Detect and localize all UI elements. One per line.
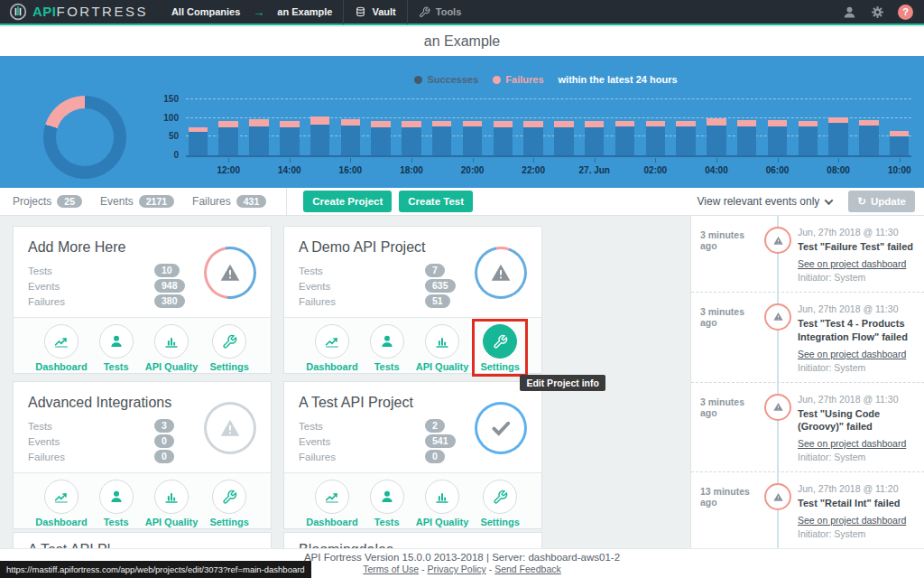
feed-time-ago: 3 minutes ago xyxy=(700,303,758,373)
feed-date: Jun, 27th 2018 @ 11:30 xyxy=(798,227,913,238)
brand-api: API xyxy=(32,4,57,19)
feed-date: Jun, 27th 2018 @ 11:20 xyxy=(798,483,913,494)
user-icon xyxy=(379,333,395,350)
x-tick-label: 27. Jun xyxy=(579,165,610,175)
feed-initiator: Initiator: System xyxy=(798,272,913,283)
user-account-icon[interactable] xyxy=(842,5,857,20)
feed-warning-icon xyxy=(764,227,791,254)
failures-count-badge: 431 xyxy=(236,195,267,209)
feed-warning-icon xyxy=(764,483,791,510)
api-quality-button[interactable]: API Quality xyxy=(145,480,199,527)
nav-tools[interactable]: Tools xyxy=(408,0,473,23)
line-chart-icon xyxy=(324,489,340,505)
terms-link[interactable]: Terms of Use xyxy=(363,564,419,574)
stat-label: Tests xyxy=(299,421,425,432)
create-project-button[interactable]: Create Project xyxy=(303,191,392,212)
warning-triangle-icon xyxy=(218,261,242,284)
feedback-link[interactable]: Send Feedback xyxy=(494,564,561,574)
api-quality-button[interactable]: API Quality xyxy=(416,324,469,372)
stat-label: Tests xyxy=(28,421,154,432)
update-button[interactable]: ↻ Update xyxy=(848,191,915,212)
api-quality-button[interactable]: API Quality xyxy=(416,480,469,527)
bar-slot: 10:00 xyxy=(887,99,911,155)
bar-slot: 14:00 xyxy=(277,99,301,155)
feed-item: 13 minutes ago Jun, 27th 2018 @ 11:20 Te… xyxy=(691,472,924,549)
line-chart-icon xyxy=(53,333,69,350)
legend-successes: Successes xyxy=(427,74,478,85)
failures-badge: 0 xyxy=(425,450,445,463)
project-status-ring xyxy=(475,247,527,299)
settings-button[interactable]: Settings xyxy=(209,324,248,372)
bar-slot xyxy=(430,99,454,155)
events-badge: 948 xyxy=(154,279,185,293)
privacy-link[interactable]: Privacy Policy xyxy=(427,564,485,574)
tests-button[interactable]: Tests xyxy=(370,324,404,372)
events-bar-chart: 050100150 12:0014:0016:0018:0020:0022:00… xyxy=(159,99,911,186)
feed-dashboard-link[interactable]: See on project dashboard xyxy=(798,438,906,449)
legend-failures: Failures xyxy=(505,74,543,85)
bar-slot: 27. Jun xyxy=(582,99,606,155)
bar-slot xyxy=(796,99,820,155)
feed-initiator: Initiator: System xyxy=(798,452,913,462)
events-count-badge: 2171 xyxy=(139,195,174,209)
footer-separator: - xyxy=(489,564,493,574)
settings-button[interactable]: Settings xyxy=(209,480,248,527)
feed-item: 3 minutes ago Jun, 27th 2018 @ 11:30 Tes… xyxy=(691,383,924,473)
feed-item: 3 minutes ago Jun, 27th 2018 @ 11:30 Tes… xyxy=(691,216,924,293)
create-test-button[interactable]: Create Test xyxy=(399,191,473,212)
bar-slot xyxy=(369,99,393,155)
tests-button[interactable]: Tests xyxy=(370,480,404,527)
dashboard-button[interactable]: Dashboard xyxy=(306,324,357,372)
stat-label: Events xyxy=(299,281,425,292)
events-filter-dropdown[interactable]: View relevant events only xyxy=(698,195,833,208)
brand[interactable]: APIFORTRESS xyxy=(0,3,161,21)
bar-chart-icon xyxy=(163,489,180,505)
x-tick-label: 16:00 xyxy=(339,165,363,175)
feed-dashboard-link[interactable]: See on project dashboard xyxy=(798,515,906,526)
bar-slot xyxy=(308,99,332,155)
bar-chart-icon xyxy=(163,333,180,350)
bar-slot xyxy=(735,99,759,155)
chart-legend: Successes Failures within the latest 24 … xyxy=(180,74,911,85)
feed-date: Jun, 27th 2018 @ 11:30 xyxy=(798,303,913,314)
dashboard-button[interactable]: Dashboard xyxy=(35,480,87,527)
stat-label: Failures xyxy=(299,296,425,307)
wrench-icon xyxy=(222,489,237,505)
tests-badge: 7 xyxy=(425,264,445,277)
success-failure-donut xyxy=(43,96,126,179)
feed-date: Jun, 27th 2018 @ 11:30 xyxy=(798,394,913,405)
feed-dashboard-link[interactable]: See on project dashboard xyxy=(798,258,906,269)
dashboard-button[interactable]: Dashboard xyxy=(35,324,87,372)
tests-badge: 10 xyxy=(154,264,180,277)
projects-count-badge: 25 xyxy=(57,195,82,209)
dashboard-button[interactable]: Dashboard xyxy=(306,480,357,527)
bar-slot: 08:00 xyxy=(827,99,851,155)
projects-grid: Add More Here Tests10 Events948 Failures… xyxy=(0,216,690,578)
stat-label: Events xyxy=(28,436,154,447)
failures-dot-icon xyxy=(493,76,501,84)
bar-slot xyxy=(552,99,577,155)
nav-current-company[interactable]: an Example xyxy=(266,0,343,23)
nav-tools-label: Tools xyxy=(436,6,462,17)
help-icon[interactable]: ? xyxy=(898,5,913,20)
tests-button[interactable]: Tests xyxy=(99,324,134,372)
api-quality-button[interactable]: API Quality xyxy=(145,324,199,372)
gear-icon[interactable] xyxy=(870,5,885,20)
feed-initiator: Initiator: System xyxy=(798,362,913,373)
stat-label: Events xyxy=(299,436,425,447)
nav-vault[interactable]: Vault xyxy=(344,0,406,23)
project-card: Advanced Integrations Tests3 Events0 Fai… xyxy=(13,381,272,529)
user-icon xyxy=(379,489,395,505)
breadcrumb-arrow-icon: → xyxy=(251,5,266,19)
settings-button[interactable]: Settings xyxy=(480,480,519,527)
feed-dashboard-link[interactable]: See on project dashboard xyxy=(798,349,906,359)
bar-slot xyxy=(674,99,698,155)
feed-item: 3 minutes ago Jun, 27th 2018 @ 11:30 Tes… xyxy=(691,293,924,383)
nav-all-companies[interactable]: All Companies xyxy=(161,0,251,23)
x-tick-label: 10:00 xyxy=(888,165,911,175)
annotation-tooltip: Edit Project info xyxy=(520,375,605,391)
tests-button[interactable]: Tests xyxy=(99,480,134,527)
settings-button-highlighted[interactable]: Settings Edit Project info xyxy=(480,324,519,372)
event-feed: 3 minutes ago Jun, 27th 2018 @ 11:30 Tes… xyxy=(690,216,924,578)
project-card: A Test API Project Tests2 Events541 Fail… xyxy=(283,381,542,529)
